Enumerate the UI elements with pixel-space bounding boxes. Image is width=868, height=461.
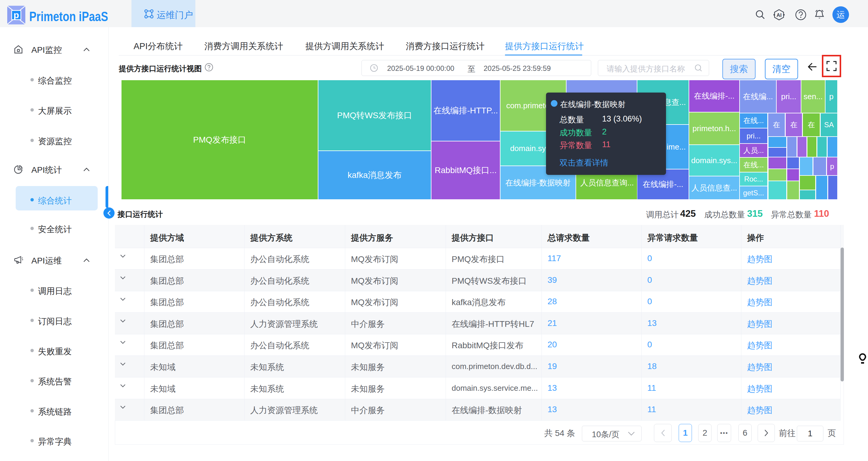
svg-text:AI: AI bbox=[777, 12, 782, 18]
svg-text:p: p bbox=[13, 10, 19, 20]
